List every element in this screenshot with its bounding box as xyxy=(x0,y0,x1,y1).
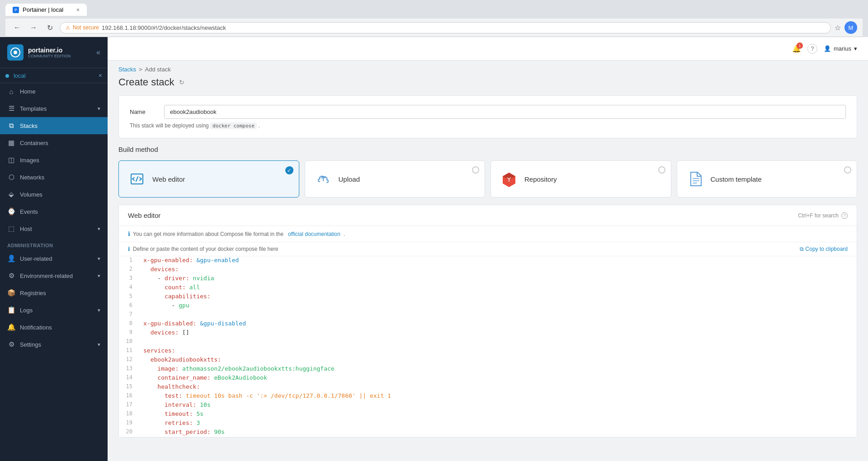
reload-button[interactable]: ↻ xyxy=(43,21,56,34)
code-token: nvidia xyxy=(193,275,214,282)
official-docs-link[interactable]: official documentation xyxy=(288,231,340,237)
logo-edition: COMMUNITY EDITION xyxy=(28,54,71,58)
code-editor[interactable]: 1x-gpu-enabled: &gpu-enabled2 devices:3 … xyxy=(119,256,857,437)
sidebar-item-settings[interactable]: ⚙ Settings ▾ xyxy=(0,336,108,353)
code-line: 11services: xyxy=(119,347,857,356)
code-line: 17 interval: 10s xyxy=(119,401,857,410)
templates-icon: ☰ xyxy=(7,104,15,113)
username: marius xyxy=(834,45,851,52)
sidebar-item-environment-related[interactable]: ⚙ Environment-related ▾ xyxy=(0,267,108,284)
code-token: count: xyxy=(165,284,186,291)
env-close-button[interactable]: × xyxy=(99,72,102,79)
sidebar-item-notifications[interactable]: 🔔 Notifications xyxy=(0,319,108,336)
sidebar-item-host[interactable]: ⬚ Host ▾ xyxy=(0,220,108,237)
code-line: 10 xyxy=(119,338,857,347)
notification-badge: 1 xyxy=(797,42,803,49)
bookmark-button[interactable]: ☆ xyxy=(835,24,841,32)
code-line: 9 devices: [] xyxy=(119,329,857,338)
help-icon[interactable]: ? xyxy=(807,44,817,54)
admin-section-title: Administration xyxy=(0,237,108,250)
page-refresh-icon[interactable]: ↻ xyxy=(179,79,184,86)
line-number: 14 xyxy=(119,374,138,383)
volumes-icon: ⬙ xyxy=(7,190,15,198)
tab-close-button[interactable]: × xyxy=(76,7,80,13)
code-line: 7 xyxy=(119,310,857,320)
line-code: x-gpu-enabled: &gpu-enabled xyxy=(138,256,857,265)
logo-icon xyxy=(7,44,24,61)
browser-tabs: P Portainer | local × xyxy=(5,4,863,16)
templates-chevron-icon: ▾ xyxy=(98,106,100,112)
copy-label: Copy to clipboard xyxy=(806,246,848,252)
user-icon: 👤 xyxy=(824,45,831,52)
method-card-web-editor[interactable]: Web editor ✓ xyxy=(118,160,299,198)
sidebar-logo: portainer.io COMMUNITY EDITION « xyxy=(0,37,108,68)
sidebar-item-images-label: Images xyxy=(20,157,39,164)
code-token: driver: xyxy=(165,275,189,282)
code-token: timeout 10s bash -c ':> /dev/tcp/127.0.0… xyxy=(186,392,391,399)
sidebar-item-home[interactable]: ⌂ Home xyxy=(0,83,108,100)
tab-favicon: P xyxy=(13,7,19,13)
sidebar-item-environment-related-label: Environment-related xyxy=(20,273,73,279)
sidebar-item-networks-label: Networks xyxy=(20,174,44,181)
home-icon: ⌂ xyxy=(7,88,15,95)
notifications-icon: 🔔 xyxy=(7,323,15,331)
line-code: retries: 3 xyxy=(138,419,857,428)
code-token: &gpu-disabled xyxy=(200,320,246,327)
line-code: capabilities: xyxy=(138,292,857,301)
line-code: services: xyxy=(138,347,857,356)
line-number: 16 xyxy=(119,392,138,401)
method-card-custom-template[interactable]: Custom template xyxy=(677,160,858,198)
custom-template-label: Custom template xyxy=(711,175,762,183)
sidebar-item-volumes[interactable]: ⬙ Volumes xyxy=(0,186,108,203)
user-menu[interactable]: 👤 marius ▾ xyxy=(824,45,857,52)
sidebar-item-logs[interactable]: 📋 Logs ▾ xyxy=(0,301,108,319)
custom-template-radio xyxy=(844,166,851,174)
code-token xyxy=(182,392,186,399)
upload-radio xyxy=(472,166,479,174)
line-number: 5 xyxy=(119,292,138,301)
method-card-repository[interactable]: Repository xyxy=(491,160,671,198)
ctrl-hint: Ctrl+F for search ? xyxy=(798,212,848,219)
code-token xyxy=(186,284,189,291)
sidebar-collapse-button[interactable]: « xyxy=(96,48,100,56)
address-bar[interactable]: ⚠ Not secure 192.168.1.18:9000/#!/2/dock… xyxy=(60,22,831,33)
stacks-icon: ⧉ xyxy=(7,122,15,130)
sidebar-item-templates[interactable]: ☰ Templates ▾ xyxy=(0,100,108,117)
code-line: 8x-gpu-disabled: &gpu-disabled xyxy=(119,320,857,329)
code-line: 4 count: all xyxy=(119,283,857,292)
tab-title: Portainer | local xyxy=(23,6,63,13)
sidebar-item-user-related[interactable]: 👤 User-related ▾ xyxy=(0,250,108,267)
breadcrumb-current: Add stack xyxy=(145,66,171,73)
environment-related-chevron-icon: ▾ xyxy=(98,273,100,279)
help-circle-icon: ? xyxy=(841,212,848,219)
bell-icon[interactable]: 🔔 1 xyxy=(792,44,801,53)
code-line: 18 timeout: 5s xyxy=(119,410,857,419)
env-section: local × xyxy=(0,68,108,83)
browser-tab-active[interactable]: P Portainer | local × xyxy=(5,4,87,16)
hint-define: ℹ Define or paste the content of your do… xyxy=(128,246,278,252)
sidebar-item-events[interactable]: ⌚ Events xyxy=(0,203,108,220)
sidebar-item-registries[interactable]: 📦 Registries xyxy=(0,284,108,301)
sidebar-item-stacks[interactable]: ⧉ Stacks xyxy=(0,117,108,134)
stack-name-input[interactable] xyxy=(164,105,846,119)
copy-to-clipboard-button[interactable]: ⧉ Copy to clipboard xyxy=(800,246,848,252)
line-number: 8 xyxy=(119,320,138,329)
sidebar-item-containers[interactable]: ▦ Containers xyxy=(0,134,108,151)
web-editor-label: Web editor xyxy=(152,175,185,183)
back-button[interactable]: ← xyxy=(11,21,24,34)
repository-radio xyxy=(658,166,665,174)
editor-hint-bar: ℹ You can get more information about Com… xyxy=(119,226,857,242)
upload-label: Upload xyxy=(339,175,360,183)
code-token: timeout: xyxy=(165,410,193,417)
sidebar-item-notifications-label: Notifications xyxy=(20,324,52,331)
line-code: ebook2audiobookxtts: xyxy=(138,356,857,365)
code-token xyxy=(211,428,214,435)
line-code: devices: xyxy=(138,265,857,274)
profile-button[interactable]: M xyxy=(844,21,857,34)
breadcrumb-parent-link[interactable]: Stacks xyxy=(118,66,136,73)
sidebar-item-images[interactable]: ◫ Images xyxy=(0,151,108,169)
sidebar-item-networks[interactable]: ⬡ Networks xyxy=(0,169,108,186)
method-card-upload[interactable]: Upload xyxy=(305,160,486,198)
forward-button[interactable]: → xyxy=(27,21,40,34)
line-number: 19 xyxy=(119,419,138,428)
